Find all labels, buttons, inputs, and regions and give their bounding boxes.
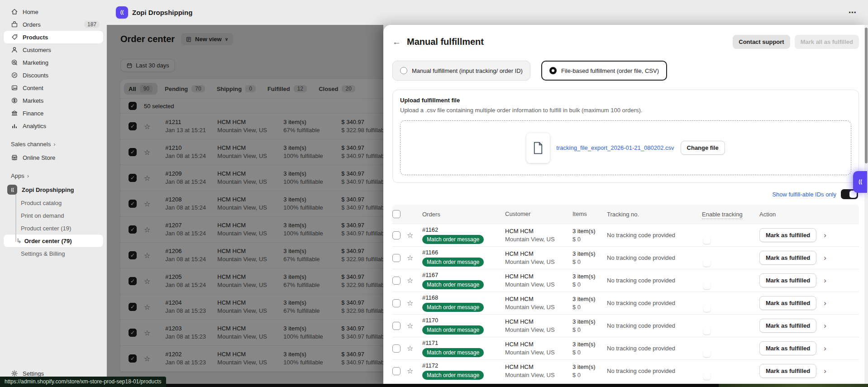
- view-selector[interactable]: New view ∨: [181, 33, 233, 45]
- star-icon[interactable]: ☆: [144, 251, 150, 260]
- row-checkbox[interactable]: [392, 367, 401, 375]
- order-status-tab[interactable]: Pending 70: [160, 83, 210, 95]
- row-checkbox[interactable]: [392, 277, 401, 285]
- star-icon[interactable]: ☆: [407, 253, 422, 262]
- star-icon[interactable]: ☆: [407, 276, 422, 285]
- order-row[interactable]: ✓ ☆ #1209Jan 08 at 15:24 HCM HCMMountain…: [120, 165, 383, 191]
- star-icon[interactable]: ☆: [407, 321, 422, 330]
- sidebar-item-print-on-demand[interactable]: Print on demand: [4, 209, 103, 222]
- more-options-icon[interactable]: ⋯: [849, 8, 857, 17]
- file-dropzone[interactable]: tracking_file_export_2026-01-21_080202.c…: [400, 120, 851, 175]
- star-icon[interactable]: ☆: [144, 122, 150, 131]
- sidebar-item-product-center[interactable]: Product center (19): [4, 222, 103, 234]
- customer-location: Mountain View, US: [217, 281, 283, 289]
- sidebar-item-marketing[interactable]: Marketing: [4, 56, 103, 69]
- order-row[interactable]: ✓ ☆ #1203Jan 08 at 15:23 HCM HCMMountain…: [120, 320, 383, 346]
- order-row[interactable]: ✓ ☆ #1206Jan 08 at 15:24 HCM HCMMountain…: [120, 243, 383, 268]
- option-file-based-fulfillment[interactable]: File-based fulfillment (order file, CSV): [541, 61, 667, 81]
- select-all-checkbox[interactable]: [392, 210, 401, 218]
- zopi-floating-widget[interactable]: [853, 171, 867, 193]
- order-row[interactable]: ✓ ☆ #1211Jan 13 at 15:21 HCM HCMMountain…: [120, 114, 383, 139]
- row-checkbox[interactable]: ✓: [129, 225, 137, 234]
- chevron-right-icon[interactable]: ›: [824, 253, 826, 263]
- apps-header[interactable]: Apps ›: [4, 170, 103, 181]
- mark-as-fulfilled-button[interactable]: Mark as fulfilled: [759, 251, 816, 265]
- chevron-right-icon[interactable]: ›: [824, 231, 826, 240]
- order-row[interactable]: ✓ ☆ #1210Jan 08 at 15:24 HCM HCMMountain…: [120, 139, 383, 165]
- mark-all-as-fulfilled-button[interactable]: Mark all as fulfilled: [795, 35, 859, 49]
- row-checkbox[interactable]: ✓: [129, 277, 137, 285]
- modal-scrollbar-track[interactable]: [864, 25, 868, 384]
- chevron-right-icon[interactable]: ›: [824, 321, 826, 330]
- sidebar-item-home[interactable]: Home: [4, 5, 103, 18]
- row-checkbox[interactable]: [392, 254, 401, 262]
- row-checkbox[interactable]: ✓: [129, 148, 137, 156]
- star-icon[interactable]: ☆: [144, 329, 150, 337]
- order-status-tab[interactable]: Closed 20: [314, 83, 360, 95]
- star-icon[interactable]: ☆: [407, 367, 422, 375]
- mark-as-fulfilled-button[interactable]: Mark as fulfilled: [759, 341, 816, 355]
- sidebar-item-zopi-app[interactable]: Zopi Dropshipping: [4, 183, 103, 196]
- sidebar-item-finance[interactable]: Finance: [4, 107, 103, 119]
- modal-scrollbar-thumb[interactable]: [865, 28, 868, 163]
- select-all-checkbox[interactable]: ✓: [129, 102, 137, 110]
- star-icon[interactable]: ☆: [407, 231, 422, 239]
- row-checkbox[interactable]: ✓: [129, 354, 137, 363]
- row-checkbox[interactable]: ✓: [129, 174, 137, 182]
- row-checkbox[interactable]: ✓: [129, 303, 137, 311]
- sidebar-item-order-center[interactable]: ↳ Order center (79): [4, 234, 103, 247]
- star-icon[interactable]: ☆: [407, 344, 422, 353]
- sidebar-item-settings-billing[interactable]: Settings & Billing: [4, 247, 103, 260]
- chevron-right-icon[interactable]: ›: [824, 367, 826, 376]
- order-row[interactable]: ✓ ☆ #1205Jan 08 at 15:24 HCM HCMMountain…: [120, 268, 383, 294]
- mark-as-fulfilled-button[interactable]: Mark as fulfilled: [759, 364, 816, 378]
- sidebar-item-products[interactable]: Products: [4, 31, 103, 43]
- chevron-right-icon[interactable]: ›: [824, 299, 826, 308]
- contact-support-button[interactable]: Contact support: [733, 35, 790, 49]
- row-checkbox[interactable]: [392, 299, 401, 307]
- mark-as-fulfilled-button[interactable]: Mark as fulfilled: [759, 273, 816, 287]
- mark-as-fulfilled-button[interactable]: Mark as fulfilled: [759, 296, 816, 310]
- order-row[interactable]: ✓ ☆ #1204Jan 08 at 15:23 HCM HCMMountain…: [120, 294, 383, 320]
- chevron-right-icon[interactable]: ›: [824, 276, 826, 285]
- chevron-right-icon[interactable]: ›: [824, 344, 826, 353]
- order-row[interactable]: ✓ ☆ #1207Jan 08 at 15:24 HCM HCMMountain…: [120, 217, 383, 243]
- order-row[interactable]: ✓ ☆ #1202Jan 08 at 15:23 HCM HCMMountain…: [120, 346, 383, 372]
- option-manual-fulfillment[interactable]: Manual fulfillment (input tracking/ orde…: [392, 61, 530, 81]
- star-icon[interactable]: ☆: [144, 303, 150, 311]
- mark-as-fulfilled-button[interactable]: Mark as fulfilled: [759, 319, 816, 333]
- star-icon[interactable]: ☆: [144, 225, 150, 234]
- row-checkbox[interactable]: ✓: [129, 122, 137, 130]
- sidebar-item-product-catalog[interactable]: Product catalog: [4, 196, 103, 209]
- row-checkbox[interactable]: ✓: [129, 251, 137, 259]
- show-fulfillable-only-label[interactable]: Show fulfill-able IDs only: [772, 191, 836, 198]
- row-checkbox[interactable]: [392, 322, 401, 330]
- mark-as-fulfilled-button[interactable]: Mark as fulfilled: [759, 228, 816, 242]
- uploaded-file-link[interactable]: tracking_file_export_2026-01-21_080202.c…: [556, 144, 674, 151]
- star-icon[interactable]: ☆: [144, 354, 150, 363]
- order-status-tab[interactable]: Shipping 0: [212, 83, 260, 95]
- sidebar-item-customers[interactable]: Customers: [4, 43, 103, 56]
- sidebar-item-online-store[interactable]: Online Store: [4, 151, 103, 164]
- row-checkbox[interactable]: [392, 344, 401, 353]
- star-icon[interactable]: ☆: [407, 299, 422, 307]
- change-file-button[interactable]: Change file: [681, 141, 725, 155]
- row-checkbox[interactable]: ✓: [129, 200, 137, 208]
- star-icon[interactable]: ☆: [144, 148, 150, 157]
- star-icon[interactable]: ☆: [144, 200, 150, 208]
- star-icon[interactable]: ☆: [144, 277, 150, 286]
- sidebar-item-analytics[interactable]: Analytics: [4, 119, 103, 132]
- order-row[interactable]: ✓ ☆ #1208Jan 08 at 15:24 HCM HCMMountain…: [120, 191, 383, 217]
- row-checkbox[interactable]: [392, 231, 401, 239]
- sidebar-item-markets[interactable]: Markets: [4, 94, 103, 107]
- back-arrow-icon[interactable]: ←: [392, 37, 401, 47]
- sidebar-item-content[interactable]: Content: [4, 81, 103, 94]
- star-icon[interactable]: ☆: [144, 174, 150, 182]
- date-range-filter[interactable]: Last 30 days: [120, 59, 175, 72]
- sidebar-item-discounts[interactable]: Discounts: [4, 69, 103, 81]
- order-status-tab[interactable]: All 90: [124, 83, 157, 95]
- row-checkbox[interactable]: ✓: [129, 329, 137, 337]
- sidebar-item-orders[interactable]: Orders 187: [4, 18, 103, 31]
- order-status-tab[interactable]: Fulfilled 12: [263, 83, 311, 95]
- sales-channels-header[interactable]: Sales channels ›: [4, 139, 103, 149]
